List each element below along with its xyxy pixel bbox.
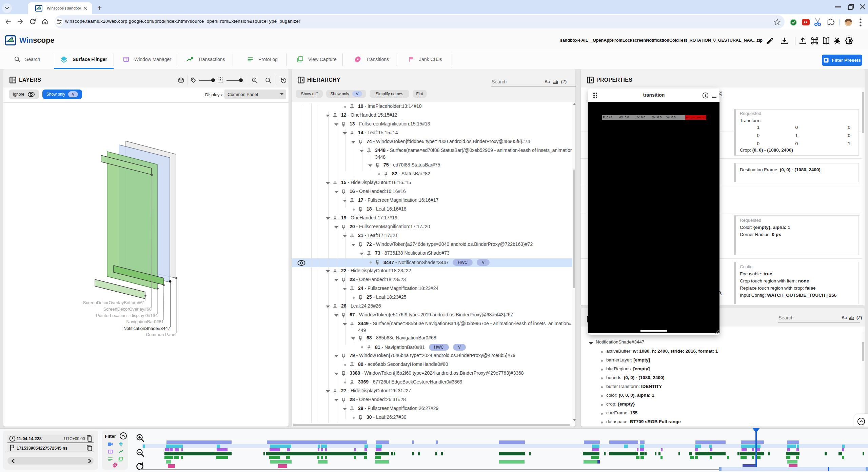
svg-text:ScreenDecorOverlay#60: ScreenDecorOverlay#60 (103, 307, 152, 312)
svg-text:NavigationBar0#81: NavigationBar0#81 (126, 319, 164, 324)
svg-text:Common Panel: Common Panel (146, 332, 176, 337)
svg-text:NotificationShade#3447: NotificationShade#3447 (123, 326, 170, 331)
svg-text:ScreenDecorOverlayBottom#61: ScreenDecorOverlayBottom#61 (83, 300, 145, 305)
svg-text:PointerLocation - display 0#13: PointerLocation - display 0#134 (96, 313, 158, 318)
